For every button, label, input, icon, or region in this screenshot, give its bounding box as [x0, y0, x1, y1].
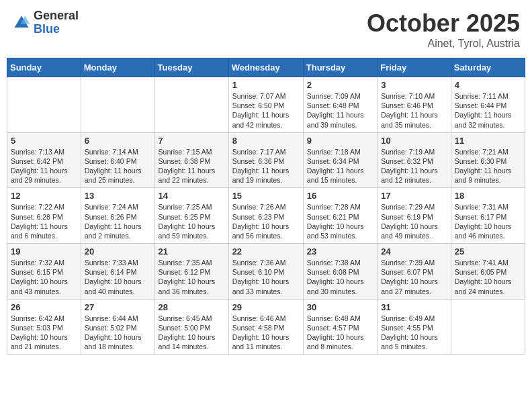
calendar-cell: 5Sunrise: 7:13 AM Sunset: 6:42 PM Daylig…	[7, 132, 81, 188]
day-number: 15	[232, 191, 300, 201]
calendar-cell	[154, 77, 228, 133]
day-info: Sunrise: 7:10 AM Sunset: 6:46 PM Dayligh…	[381, 91, 447, 130]
day-info: Sunrise: 7:32 AM Sunset: 6:15 PM Dayligh…	[11, 258, 77, 296]
calendar-cell: 14Sunrise: 7:25 AM Sunset: 6:25 PM Dayli…	[154, 188, 228, 244]
calendar-cell: 4Sunrise: 7:11 AM Sunset: 6:44 PM Daylig…	[451, 77, 525, 133]
month-title: October 2025	[367, 9, 520, 38]
day-number: 3	[381, 80, 447, 90]
calendar-header-row: SundayMondayTuesdayWednesdayThursdayFrid…	[7, 58, 525, 77]
day-info: Sunrise: 7:15 AM Sunset: 6:38 PM Dayligh…	[159, 147, 225, 185]
calendar-cell: 20Sunrise: 7:33 AM Sunset: 6:14 PM Dayli…	[81, 244, 154, 300]
day-info: Sunrise: 7:09 AM Sunset: 6:48 PM Dayligh…	[307, 91, 373, 130]
calendar-cell: 31Sunrise: 6:49 AM Sunset: 4:55 PM Dayli…	[378, 299, 451, 355]
calendar-cell: 24Sunrise: 7:39 AM Sunset: 6:07 PM Dayli…	[378, 244, 451, 300]
calendar-cell: 26Sunrise: 6:42 AM Sunset: 5:03 PM Dayli…	[7, 299, 81, 355]
day-number: 28	[159, 302, 225, 312]
calendar-cell: 25Sunrise: 7:41 AM Sunset: 6:05 PM Dayli…	[451, 244, 525, 300]
day-info: Sunrise: 6:44 AM Sunset: 5:02 PM Dayligh…	[85, 314, 151, 352]
day-info: Sunrise: 7:38 AM Sunset: 6:08 PM Dayligh…	[307, 258, 373, 296]
day-info: Sunrise: 7:41 AM Sunset: 6:05 PM Dayligh…	[455, 258, 521, 296]
day-number: 4	[455, 80, 521, 90]
day-info: Sunrise: 7:13 AM Sunset: 6:42 PM Dayligh…	[11, 147, 77, 185]
calendar-week-row: 1Sunrise: 7:07 AM Sunset: 6:50 PM Daylig…	[7, 77, 525, 133]
day-number: 31	[381, 302, 447, 312]
day-of-week-header: Wednesday	[228, 58, 303, 77]
day-info: Sunrise: 7:17 AM Sunset: 6:36 PM Dayligh…	[232, 147, 300, 185]
logo-blue-text: Blue	[34, 23, 79, 36]
calendar-cell: 29Sunrise: 6:46 AM Sunset: 4:58 PM Dayli…	[228, 299, 303, 355]
calendar-cell: 27Sunrise: 6:44 AM Sunset: 5:02 PM Dayli…	[81, 299, 154, 355]
day-number: 1	[232, 80, 300, 90]
day-number: 29	[232, 302, 300, 312]
location-text: Ainet, Tyrol, Austria	[367, 38, 520, 50]
day-number: 23	[307, 246, 373, 257]
day-info: Sunrise: 7:33 AM Sunset: 6:14 PM Dayligh…	[85, 258, 151, 296]
day-info: Sunrise: 7:24 AM Sunset: 6:26 PM Dayligh…	[85, 202, 151, 240]
day-info: Sunrise: 7:21 AM Sunset: 6:30 PM Dayligh…	[455, 147, 521, 185]
calendar-cell: 3Sunrise: 7:10 AM Sunset: 6:46 PM Daylig…	[378, 77, 451, 133]
day-number: 11	[455, 136, 521, 146]
calendar-table: SundayMondayTuesdayWednesdayThursdayFrid…	[7, 58, 525, 355]
day-of-week-header: Sunday	[7, 58, 81, 77]
calendar-cell	[451, 299, 525, 355]
day-number: 19	[11, 246, 77, 257]
calendar-cell: 19Sunrise: 7:32 AM Sunset: 6:15 PM Dayli…	[7, 244, 81, 300]
day-of-week-header: Monday	[81, 58, 154, 77]
calendar-cell: 12Sunrise: 7:22 AM Sunset: 6:28 PM Dayli…	[7, 188, 81, 244]
day-info: Sunrise: 7:29 AM Sunset: 6:19 PM Dayligh…	[381, 202, 447, 240]
title-block: October 2025 Ainet, Tyrol, Austria	[367, 9, 520, 50]
calendar-cell: 22Sunrise: 7:36 AM Sunset: 6:10 PM Dayli…	[228, 244, 303, 300]
day-info: Sunrise: 7:31 AM Sunset: 6:17 PM Dayligh…	[455, 202, 521, 240]
day-number: 6	[85, 136, 151, 146]
day-info: Sunrise: 6:48 AM Sunset: 4:57 PM Dayligh…	[307, 314, 373, 352]
calendar-cell: 16Sunrise: 7:28 AM Sunset: 6:21 PM Dayli…	[303, 188, 377, 244]
day-number: 18	[455, 191, 521, 201]
day-info: Sunrise: 7:25 AM Sunset: 6:25 PM Dayligh…	[159, 202, 225, 240]
day-number: 20	[85, 246, 151, 257]
day-info: Sunrise: 6:42 AM Sunset: 5:03 PM Dayligh…	[11, 314, 77, 352]
page-header: General Blue October 2025 Ainet, Tyrol, …	[7, 7, 525, 52]
calendar-cell: 23Sunrise: 7:38 AM Sunset: 6:08 PM Dayli…	[303, 244, 377, 300]
day-number: 17	[381, 191, 447, 201]
day-number: 24	[381, 246, 447, 257]
calendar-cell: 2Sunrise: 7:09 AM Sunset: 6:48 PM Daylig…	[303, 77, 377, 133]
day-info: Sunrise: 6:46 AM Sunset: 4:58 PM Dayligh…	[232, 314, 300, 352]
calendar-cell	[7, 77, 81, 133]
logo-text: General Blue	[34, 9, 79, 36]
calendar-cell: 11Sunrise: 7:21 AM Sunset: 6:30 PM Dayli…	[451, 132, 525, 188]
calendar-cell: 21Sunrise: 7:35 AM Sunset: 6:12 PM Dayli…	[154, 244, 228, 300]
day-number: 2	[307, 80, 373, 90]
calendar-cell: 7Sunrise: 7:15 AM Sunset: 6:38 PM Daylig…	[154, 132, 228, 188]
day-info: Sunrise: 7:14 AM Sunset: 6:40 PM Dayligh…	[85, 147, 151, 185]
day-info: Sunrise: 7:39 AM Sunset: 6:07 PM Dayligh…	[381, 258, 447, 296]
day-number: 25	[455, 246, 521, 257]
logo: General Blue	[12, 9, 79, 36]
calendar-week-row: 26Sunrise: 6:42 AM Sunset: 5:03 PM Dayli…	[7, 299, 525, 355]
calendar-cell: 28Sunrise: 6:45 AM Sunset: 5:00 PM Dayli…	[154, 299, 228, 355]
calendar-cell: 6Sunrise: 7:14 AM Sunset: 6:40 PM Daylig…	[81, 132, 154, 188]
day-number: 22	[232, 246, 300, 257]
calendar-cell: 13Sunrise: 7:24 AM Sunset: 6:26 PM Dayli…	[81, 188, 154, 244]
day-info: Sunrise: 7:36 AM Sunset: 6:10 PM Dayligh…	[232, 258, 300, 296]
day-info: Sunrise: 7:28 AM Sunset: 6:21 PM Dayligh…	[307, 202, 373, 240]
calendar-week-row: 19Sunrise: 7:32 AM Sunset: 6:15 PM Dayli…	[7, 244, 525, 300]
day-number: 16	[307, 191, 373, 201]
day-info: Sunrise: 7:11 AM Sunset: 6:44 PM Dayligh…	[455, 91, 521, 130]
day-number: 13	[85, 191, 151, 201]
day-of-week-header: Saturday	[451, 58, 525, 77]
calendar-cell	[81, 77, 154, 133]
day-info: Sunrise: 7:07 AM Sunset: 6:50 PM Dayligh…	[232, 91, 300, 130]
logo-icon	[12, 13, 31, 32]
day-number: 14	[159, 191, 225, 201]
day-of-week-header: Thursday	[303, 58, 377, 77]
day-info: Sunrise: 7:19 AM Sunset: 6:32 PM Dayligh…	[381, 147, 447, 185]
calendar-cell: 1Sunrise: 7:07 AM Sunset: 6:50 PM Daylig…	[228, 77, 303, 133]
day-info: Sunrise: 7:35 AM Sunset: 6:12 PM Dayligh…	[159, 258, 225, 296]
day-number: 27	[85, 302, 151, 312]
calendar-cell: 15Sunrise: 7:26 AM Sunset: 6:23 PM Dayli…	[228, 188, 303, 244]
day-number: 9	[307, 136, 373, 146]
day-info: Sunrise: 6:45 AM Sunset: 5:00 PM Dayligh…	[159, 314, 225, 352]
day-number: 5	[11, 136, 77, 146]
day-of-week-header: Tuesday	[154, 58, 228, 77]
day-of-week-header: Friday	[378, 58, 451, 77]
